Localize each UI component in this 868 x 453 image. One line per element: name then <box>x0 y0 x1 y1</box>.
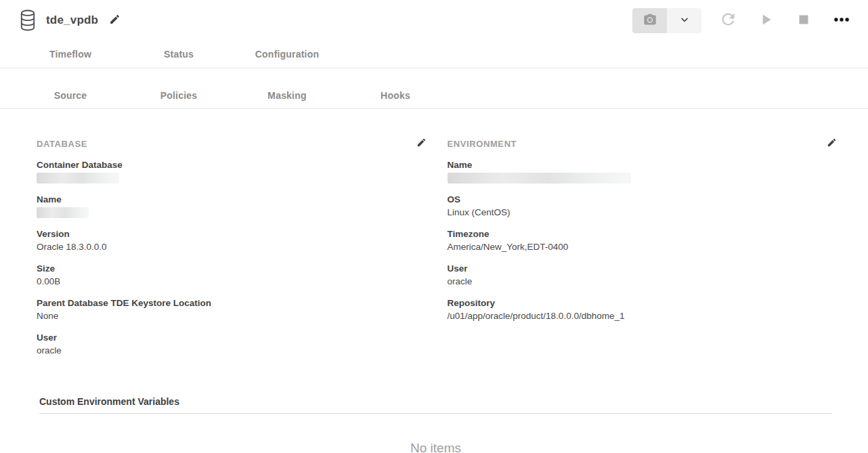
edit-environment-button[interactable] <box>825 136 838 151</box>
tab-policies[interactable]: Policies <box>125 90 233 101</box>
snapshot-options-button[interactable] <box>667 8 701 33</box>
stop-icon <box>796 12 812 30</box>
tab-status[interactable]: Status <box>125 49 233 60</box>
field-container-database: Container Database <box>37 160 428 184</box>
field-label: OS <box>448 194 839 204</box>
field-value: None <box>37 310 428 322</box>
configuration-panel: DATABASE Container Database Name V <box>0 109 868 453</box>
field-db-user: User oracle <box>37 332 428 356</box>
page-title: tde_vpdb <box>46 14 98 27</box>
field-timezone: Timezone America/New_York,EDT-0400 <box>448 229 839 253</box>
field-label: Name <box>448 160 839 170</box>
pencil-icon <box>416 137 427 150</box>
tab-configuration[interactable]: Configuration <box>233 49 341 60</box>
field-value: Oracle 18.3.0.0.0 <box>37 241 428 253</box>
chevron-down-icon <box>679 14 690 27</box>
ellipsis-icon <box>833 11 850 30</box>
database-section: DATABASE Container Database Name V <box>37 136 428 367</box>
field-os: OS Linux (CentOS) <box>448 194 839 218</box>
field-value: Linux (CentOS) <box>448 207 839 218</box>
camera-icon <box>643 12 657 29</box>
redacted-value <box>37 173 119 184</box>
secondary-tabs: Source Policies Masking Hooks <box>0 68 868 109</box>
pencil-icon <box>827 137 837 150</box>
field-label: User <box>37 332 428 343</box>
refresh-icon <box>719 10 737 30</box>
field-value: oracle <box>37 345 428 356</box>
field-label: Repository <box>448 298 839 308</box>
tab-timeflow[interactable]: Timeflow <box>16 49 125 60</box>
field-env-user: User oracle <box>448 263 839 287</box>
database-section-title: DATABASE <box>37 139 87 149</box>
field-env-name: Name <box>448 160 839 184</box>
redacted-value <box>448 173 631 184</box>
field-version: Version Oracle 18.3.0.0.0 <box>37 229 428 253</box>
snapshot-button[interactable] <box>632 8 667 33</box>
stop-button[interactable] <box>792 9 815 32</box>
edit-title-button[interactable] <box>108 12 122 28</box>
field-label: Container Database <box>37 160 428 170</box>
primary-tabs: Timeflow Status Configuration <box>0 41 868 68</box>
field-label: Parent Database TDE Keystore Location <box>37 298 428 308</box>
edit-database-button[interactable] <box>415 136 428 151</box>
field-value: America/New_York,EDT-0400 <box>448 241 839 253</box>
field-label: Size <box>37 263 428 274</box>
field-value: oracle <box>448 276 839 287</box>
redacted-value <box>37 207 89 218</box>
database-icon <box>19 9 37 32</box>
field-name: Name <box>37 194 428 218</box>
more-actions-button[interactable] <box>830 9 853 32</box>
play-icon <box>757 11 775 30</box>
environment-section: ENVIRONMENT Name OS Linux (CentOS) <box>448 136 839 367</box>
field-label: Timezone <box>448 229 839 239</box>
pencil-icon <box>109 14 121 27</box>
field-label: Version <box>37 229 428 239</box>
field-value: /u01/app/oracle/product/18.0.0.0/dbhome_… <box>448 310 839 322</box>
empty-state-message: No items <box>39 414 832 453</box>
field-parent-tde-keystore-location: Parent Database TDE Keystore Location No… <box>37 298 428 322</box>
field-value: 0.00B <box>37 276 428 287</box>
snapshot-split-button <box>632 8 701 33</box>
refresh-button[interactable] <box>716 9 739 32</box>
tab-masking[interactable]: Masking <box>233 90 341 101</box>
field-repository: Repository /u01/app/oracle/product/18.0.… <box>448 298 839 322</box>
start-button[interactable] <box>754 9 777 32</box>
environment-section-title: ENVIRONMENT <box>448 139 517 149</box>
custom-env-vars-title: Custom Environment Variables <box>39 396 832 414</box>
tab-source[interactable]: Source <box>16 90 125 101</box>
field-size: Size 0.00B <box>37 263 428 287</box>
custom-environment-variables-section: Custom Environment Variables No items <box>39 396 832 453</box>
tab-hooks[interactable]: Hooks <box>341 90 450 101</box>
field-label: User <box>448 263 839 274</box>
field-label: Name <box>37 194 428 204</box>
top-bar: tde_vpdb <box>0 0 868 41</box>
